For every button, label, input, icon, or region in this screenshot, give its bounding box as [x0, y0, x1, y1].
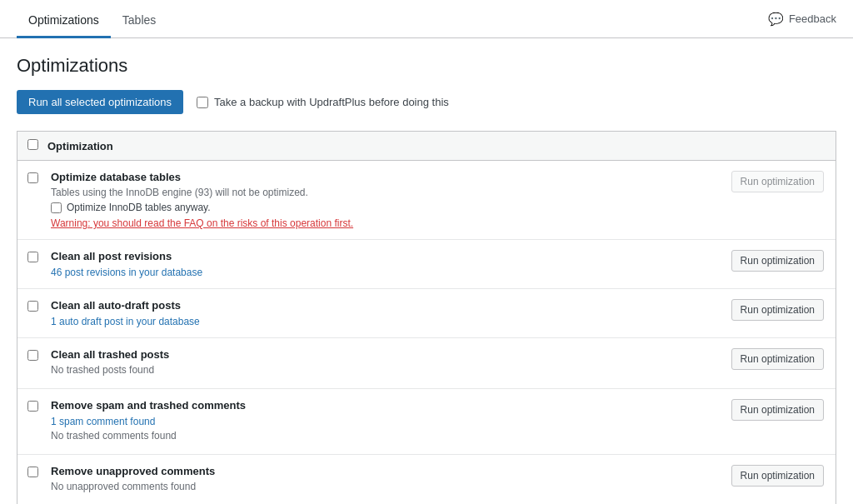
- backup-checkbox-label[interactable]: Take a backup with UpdraftPlus before do…: [197, 96, 449, 108]
- main-content: Optimizations Run all selected optimizat…: [0, 38, 853, 504]
- opt-body: Optimize database tables Tables using th…: [47, 161, 702, 239]
- opt-body: Remove spam and trashed comments 1 spam …: [47, 389, 702, 454]
- opt-checkbox[interactable]: [27, 301, 38, 312]
- opt-title: Clean all trashed posts: [51, 348, 696, 361]
- run-optimization-button[interactable]: Run optimization: [731, 171, 824, 192]
- innodb-checkbox[interactable]: [51, 202, 62, 213]
- opt-body: Remove unapproved comments No unapproved…: [47, 455, 702, 504]
- opt-link[interactable]: 1 spam comment found: [51, 416, 155, 427]
- opt-action: Run optimization: [702, 338, 836, 388]
- opt-warning-link[interactable]: Warning: you should read the FAQ on the …: [51, 217, 353, 229]
- opt-title: Remove unapproved comments: [51, 465, 696, 477]
- toolbar: Run all selected optimizations Take a ba…: [17, 90, 836, 114]
- opt-title: Optimize database tables: [51, 171, 696, 183]
- run-optimization-button[interactable]: Run optimization: [731, 465, 824, 487]
- row-checkbox-cell: [17, 455, 47, 504]
- tab-bar: Optimizations Tables 💬 Feedback: [0, 0, 853, 38]
- innodb-label: Optimize InnoDB tables anyway.: [67, 202, 211, 213]
- backup-label: Take a backup with UpdraftPlus before do…: [214, 96, 449, 108]
- row-checkbox-cell: [17, 161, 47, 239]
- opt-action: Run optimization: [702, 389, 836, 454]
- backup-checkbox[interactable]: [197, 97, 208, 108]
- opt-body: Clean all trashed posts No trashed posts…: [47, 338, 702, 388]
- header-checkbox-cell: [17, 139, 47, 152]
- row-checkbox-cell: [17, 338, 47, 388]
- opt-checkbox[interactable]: [27, 401, 38, 412]
- opt-desc: No trashed comments found: [51, 430, 696, 442]
- list-item: Remove spam and trashed comments 1 spam …: [17, 389, 836, 455]
- feedback-icon: 💬: [768, 12, 784, 27]
- list-item: Clean all post revisions 46 post revisio…: [17, 240, 836, 289]
- opt-checkbox[interactable]: [27, 252, 38, 262]
- header-optimization-label: Optimization: [47, 140, 113, 152]
- tab-tables[interactable]: Tables: [111, 3, 167, 38]
- list-item: Clean all trashed posts No trashed posts…: [17, 338, 836, 389]
- opt-desc: No trashed posts found: [51, 364, 696, 376]
- row-checkbox-cell: [17, 289, 47, 337]
- opt-checkbox[interactable]: [27, 172, 38, 183]
- table-header: Optimization: [17, 132, 836, 161]
- tab-optimizations[interactable]: Optimizations: [17, 3, 111, 38]
- select-all-checkbox[interactable]: [27, 139, 38, 150]
- opt-checkbox[interactable]: [27, 467, 38, 477]
- opt-body: Clean all post revisions 46 post revisio…: [47, 240, 702, 288]
- opt-action: Run optimization: [702, 455, 836, 504]
- opt-title: Clean all auto-draft posts: [51, 299, 696, 312]
- row-checkbox-cell: [17, 240, 47, 288]
- row-checkbox-cell: [17, 389, 47, 454]
- feedback-label: Feedback: [789, 12, 836, 25]
- page-title: Optimizations: [17, 55, 836, 77]
- list-item: Remove unapproved comments No unapproved…: [17, 455, 836, 504]
- opt-link[interactable]: 1 auto draft post in your database: [51, 316, 200, 327]
- optimization-table: Optimization Optimize database tables Ta…: [17, 131, 836, 504]
- page-wrapper: Optimizations Tables 💬 Feedback Optimiza…: [0, 0, 853, 504]
- opt-desc: No unapproved comments found: [51, 481, 696, 492]
- opt-action: Run optimization: [702, 240, 836, 288]
- run-optimization-button[interactable]: Run optimization: [731, 399, 824, 421]
- run-optimization-button[interactable]: Run optimization: [731, 299, 824, 321]
- opt-sub-checkbox-label[interactable]: Optimize InnoDB tables anyway.: [51, 202, 696, 213]
- tabs-left: Optimizations Tables: [17, 0, 167, 37]
- opt-desc: Tables using the InnoDB engine (93) will…: [51, 187, 696, 198]
- opt-action: Run optimization: [702, 161, 836, 239]
- opt-checkbox[interactable]: [27, 350, 38, 361]
- opt-title: Remove spam and trashed comments: [51, 399, 696, 412]
- list-item: Optimize database tables Tables using th…: [17, 161, 836, 240]
- optimization-list: Optimize database tables Tables using th…: [17, 161, 836, 504]
- opt-title: Clean all post revisions: [51, 250, 696, 262]
- feedback-button[interactable]: 💬 Feedback: [768, 12, 836, 27]
- list-item: Clean all auto-draft posts 1 auto draft …: [17, 289, 836, 338]
- opt-body: Clean all auto-draft posts 1 auto draft …: [47, 289, 702, 337]
- opt-link[interactable]: 46 post revisions in your database: [51, 267, 202, 278]
- run-optimization-button[interactable]: Run optimization: [731, 348, 824, 370]
- run-all-button[interactable]: Run all selected optimizations: [17, 90, 183, 114]
- opt-action: Run optimization: [702, 289, 836, 337]
- run-optimization-button[interactable]: Run optimization: [731, 250, 824, 272]
